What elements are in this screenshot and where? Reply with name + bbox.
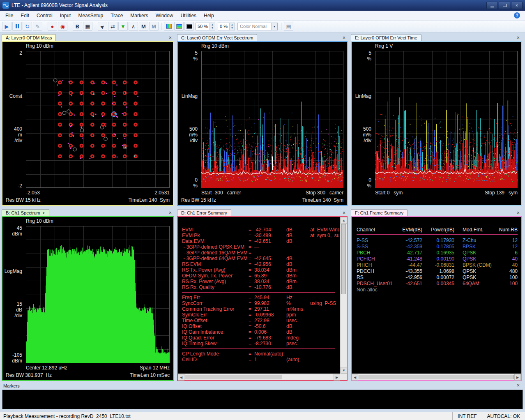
range-label: Rng 10 dBm — [26, 218, 53, 224]
menu-control[interactable]: Control — [33, 11, 56, 20]
panel-tab-d[interactable]: D: Ch1 Error Summary — [177, 209, 231, 216]
menu-items: FileEditControlInputMeasSetupTraceMarker… — [2, 11, 218, 20]
panel-tab-c[interactable]: C: Layer0 OFDM Err Vect Spectrum — [177, 34, 257, 41]
chevron-down-icon[interactable]: ▼ — [271, 23, 277, 30]
error-summary-row: Time Offset=272.98usec — [182, 318, 339, 323]
app-icon — [2, 2, 9, 9]
scroll-thumb[interactable] — [359, 375, 514, 379]
zoom-value: 50 % — [196, 24, 210, 29]
move-trace-button[interactable]: ⇄ — [108, 22, 117, 31]
frame-summary-row[interactable]: PDSCH_User01-42.6510.0034564QAM100 — [357, 281, 518, 287]
marker-m1-button[interactable]: M — [139, 22, 148, 31]
close-icon[interactable]: × — [515, 35, 522, 41]
error-summary-rows: EVM=-42.704dBat EVM WindowEVM Pk=-30.489… — [182, 227, 339, 373]
evm-spectrum-plot[interactable] — [201, 51, 343, 188]
bold-b-button[interactable]: B — [73, 22, 82, 31]
minimize-button[interactable] — [486, 2, 498, 9]
scroll-thumb[interactable] — [185, 375, 282, 379]
frame-summary-row[interactable]: PDCCH-43.3551.0698QPSK480 — [357, 268, 518, 275]
error-summary-row: Common Tracking Error=297.11m%rms — [182, 306, 339, 312]
panel-grid: A: Layer0 OFDM Meas × Rng 10 dBm 2 Const… — [0, 32, 525, 381]
pause-button[interactable] — [12, 22, 22, 31]
record-button[interactable]: ● — [48, 22, 57, 31]
menu-help[interactable]: Help — [200, 11, 218, 20]
frame-summary-row[interactable]: P-SS-42.5720.17930Z-Chu12 — [357, 238, 518, 244]
scroll-left-icon[interactable]: ◀ — [352, 374, 358, 381]
constellation-plot[interactable] — [26, 51, 170, 188]
menu-window[interactable]: Window — [152, 11, 177, 20]
panel-tab-a[interactable]: A: Layer0 OFDM Meas — [2, 34, 56, 41]
chevron-down-icon[interactable]: ▼ — [42, 212, 45, 215]
y-axis-labels: 5% LinMag 500m%/div 0% — [178, 51, 200, 188]
menu-markers[interactable]: Markers — [127, 11, 152, 20]
menu-input[interactable]: Input — [56, 11, 75, 20]
y-axis-labels: 45dBm LogMag 15dB/div -105dBm — [2, 226, 24, 363]
close-icon[interactable]: × — [167, 210, 174, 216]
frame-summary-rows: P-SS-42.5720.17930Z-Chu12S-SS-42.3590.17… — [357, 238, 518, 293]
scroll-right-icon[interactable]: ▶ — [514, 374, 521, 381]
close-icon[interactable]: × — [515, 383, 522, 389]
restart-button[interactable]: ↻ — [23, 22, 32, 31]
frame-summary-row[interactable]: PBCH-42.7170.16935QPSK6 — [357, 250, 518, 256]
close-icon[interactable]: × — [341, 35, 348, 41]
menu-utilities[interactable]: Utilities — [177, 11, 200, 20]
error-summary-row: IQ Quad. Error=-79.683mdeg — [182, 335, 339, 341]
record-setup-button[interactable]: ◉ — [58, 22, 67, 31]
menu-trace[interactable]: Trace — [107, 11, 127, 20]
help-icon[interactable]: ? — [514, 12, 520, 18]
marker-down-button[interactable]: ▼ — [118, 22, 128, 31]
vertical-scrollbar[interactable]: ▲ ▼ — [340, 217, 347, 374]
error-summary-row: EVM Pk=-30.489dBat sym 0, sub — [182, 233, 339, 238]
spectrogram-button[interactable] — [164, 22, 173, 31]
frame-summary-row[interactable]: PHICH-44.47-0.06831BPSK (CDM)40 — [357, 262, 518, 268]
spin-down-icon[interactable]: ▼ — [230, 26, 235, 30]
play-button[interactable]: ▶ — [2, 22, 12, 31]
pointer-button[interactable]: ► — [98, 22, 107, 31]
error-summary-row: EVM=-42.704dBat EVM Window — [182, 227, 339, 233]
error-summary-row: SymClk Err=-0.09968ppm — [182, 312, 339, 318]
scroll-thumb[interactable] — [341, 224, 346, 294]
panel-tab-b[interactable]: B: Ch1 Spectrum▼ — [2, 209, 49, 216]
report-button[interactable]: ▤ — [284, 22, 293, 31]
menu-edit[interactable]: Edit — [17, 11, 33, 20]
frame-summary-row[interactable]: Non-alloc———— — [357, 287, 518, 293]
peak-search-button[interactable]: ∧ — [129, 22, 138, 31]
frame-summary-row[interactable]: RS-42.9560.00072QPSK100 — [357, 275, 518, 281]
scroll-left-icon[interactable]: ◀ — [178, 374, 184, 381]
spin-up-icon[interactable]: ▲ — [210, 23, 215, 27]
frame-summary-row[interactable]: S-SS-42.3590.17805BPSK12 — [357, 244, 518, 250]
scroll-down-icon[interactable]: ▼ — [341, 367, 347, 374]
layout-grid-button[interactable]: ▦ — [83, 22, 92, 31]
close-icon[interactable]: × — [515, 210, 522, 216]
close-button[interactable]: × — [511, 2, 523, 9]
spin-down-icon[interactable]: ▼ — [210, 26, 215, 30]
color-mode-select[interactable]: Color Normal ▼ — [237, 23, 278, 30]
close-icon[interactable]: × — [341, 210, 348, 216]
range-label: Rng 1 V — [375, 43, 393, 49]
maximize-button[interactable] — [499, 2, 510, 9]
scroll-up-icon[interactable]: ▲ — [341, 217, 347, 224]
close-icon[interactable]: × — [167, 35, 174, 41]
error-summary-row: - 3GPP-defined 16QAM EVM=— — [182, 250, 339, 256]
marker-m2-button[interactable]: M — [149, 22, 159, 31]
range-label: Rng 10 dBm — [26, 43, 53, 49]
scroll-right-icon[interactable]: ▶ — [334, 374, 340, 381]
spectrum-plot[interactable] — [26, 226, 170, 363]
panel-ch1-spectrum: B: Ch1 Spectrum▼ × Rng 10 dBm 45dBm LogM… — [2, 209, 174, 381]
menu-file[interactable]: File — [2, 11, 17, 20]
panel-tab-e[interactable]: E: Layer0 OFDM Err Vect Time — [351, 34, 421, 41]
horizontal-scrollbar[interactable]: ◀ ▶ — [352, 374, 521, 380]
title-bar: LTE - Agilent 89600B Vector Signal Analy… — [0, 0, 525, 11]
zoom-spinner[interactable]: 50 % ▲▼ — [196, 23, 215, 30]
trigger-spinner[interactable]: 0 % ▲▼ — [218, 23, 235, 30]
evm-time-plot[interactable] — [375, 51, 518, 188]
panel-tab-f[interactable]: F: Ch1 Frame Summary — [351, 209, 408, 216]
waterfall-button[interactable] — [174, 22, 184, 31]
spin-up-icon[interactable]: ▲ — [230, 23, 235, 27]
edit-button[interactable]: ✎ — [33, 22, 42, 31]
frame-summary-row[interactable]: PCFICH-41.2480.00190QPSK40 — [357, 256, 518, 262]
display-off-button[interactable] — [184, 22, 194, 31]
menu-meassetup[interactable]: MeasSetup — [74, 11, 107, 20]
horizontal-scrollbar[interactable]: ◀ ▶ — [178, 374, 340, 380]
resolution-row: Res BW 15 kHzTimeLen 140 Sym — [181, 197, 343, 203]
